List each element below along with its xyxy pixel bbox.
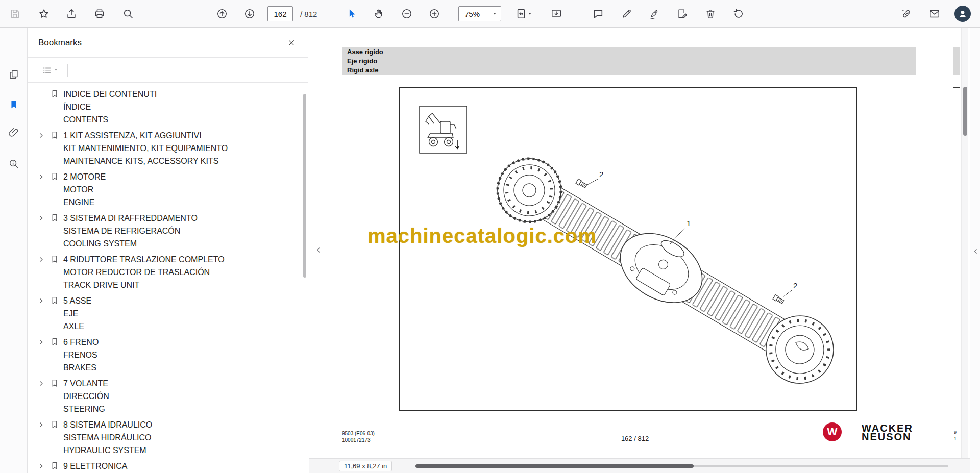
zoom-level-dropdown[interactable]: 75% [458,6,501,21]
bookmark-item[interactable]: 4 RIDUTTORE TRASLAZIONE COMPLETOMOTOR RE… [28,253,308,291]
bookmark-label-line: INDICE DEI CONTENUTI [63,88,308,101]
share-link-button[interactable] [896,4,917,24]
share-button[interactable] [61,4,82,24]
horizontal-scrollbar-thumb[interactable] [415,464,694,468]
save-button[interactable] [5,4,25,24]
expand-chevron-icon[interactable] [38,214,45,221]
expand-chevron-icon[interactable] [38,173,45,180]
bookmark-item[interactable]: 3 SISTEMA DI RAFFREDDAMENTOSISTEMA DE RE… [28,212,308,250]
bookmark-label-line: ENGINE [63,196,308,209]
next-page-header-fragment [953,47,960,75]
bookmark-item[interactable]: 5 ASSEEJEAXLE [28,294,308,333]
email-button[interactable] [924,4,945,24]
bookmark-icon [50,131,59,140]
bookmark-labels: 1 KIT ASSISTENZA, KIT AGGIUNTIVIKIT MANT… [63,129,308,167]
zoom-out-button[interactable] [397,4,417,24]
collapse-panel-handle[interactable] [313,241,324,259]
search-button[interactable] [118,4,138,24]
bookmark-labels: INDICE DEI CONTENUTIÍNDICECONTENTS [63,88,308,126]
select-tool-button[interactable] [341,4,362,24]
highlight-button[interactable] [617,4,637,24]
bookmarks-panel-header: Bookmarks [28,28,308,58]
edit-pages-icon [677,8,688,19]
page-thumbnails-tab[interactable] [4,64,24,85]
page-number-input[interactable] [267,6,293,21]
share-icon [66,8,77,19]
bookmark-icon [50,172,59,181]
bookmarks-tab[interactable] [4,94,24,115]
expand-chevron-icon[interactable] [38,421,45,428]
bookmark-icon [50,420,59,429]
close-bookmarks-button[interactable] [283,35,300,51]
fit-width-button[interactable] [546,4,567,24]
bookmarks-icon [8,99,19,110]
bookmark-label-line: 1 KIT ASSISTENZA, KIT AGGIUNTIVI [63,129,308,142]
bookmarks-options-button[interactable] [38,62,62,78]
bookmark-labels: 2 MOTOREMOTORENGINE [63,170,308,209]
delete-icon [705,8,716,19]
zoom-in-button[interactable] [424,4,445,24]
profile-avatar-button[interactable] [954,6,971,22]
expand-chevron-icon[interactable] [38,462,45,469]
bookmark-item[interactable]: 2 MOTOREMOTORENGINE [28,170,308,209]
attachments-tab[interactable] [4,122,24,143]
edit-pages-button[interactable] [672,4,693,24]
page-down-button[interactable] [239,4,260,24]
page-up-button[interactable] [212,4,232,24]
bookmark-label-line: TRACK DRIVE UNIT [63,279,308,291]
page-count-label: / 812 [300,0,317,28]
bookmark-labels: 5 ASSEEJEAXLE [63,294,308,333]
next-page-frame-fragment [953,87,960,88]
page-thumbnails-icon [8,69,19,80]
delete-pages-button[interactable] [700,4,721,24]
wacker-neuson-logo: W [823,422,842,441]
rotate-icon [733,8,744,19]
bookmarks-panel-title: Bookmarks [38,28,82,58]
bookmark-label-line: DIRECCIÓN [63,390,308,403]
share-link-icon [901,8,912,19]
print-button[interactable] [89,4,110,24]
expand-chevron-icon[interactable] [38,380,45,387]
comment-button[interactable] [588,4,608,24]
bookmarks-tree: INDICE DEI CONTENUTIÍNDICECONTENTS 1 KIT… [28,83,308,473]
fit-page-button[interactable] [510,4,537,24]
bookmark-labels: 6 FRENOFRENOSBRAKES [63,336,308,374]
document-codes: 9503 (E06-03) 1000172173 [342,430,375,443]
expand-chevron-icon[interactable] [38,297,45,304]
expand-chevron-icon[interactable] [38,256,45,263]
expand-chevron-icon[interactable] [38,338,45,345]
bookmark-label-line: 2 MOTORE [63,170,308,183]
vertical-scrollbar-thumb[interactable] [963,87,967,136]
document-area: Asse rigido Eje rígido Rigid axle [309,28,970,458]
options-separator [67,64,68,77]
expand-chevron-icon[interactable] [38,132,45,139]
search-info-tab[interactable] [4,154,24,174]
next-page-number-fragment: 1 [954,436,957,441]
next-page-edge: 9 1 [953,28,960,458]
hand-tool-button[interactable] [369,4,389,24]
bookmark-item[interactable]: 7 VOLANTEDIRECCIÓNSTEERING [28,377,308,415]
toolbar-separator [330,7,330,21]
vertical-scrollbar[interactable] [961,28,968,458]
fill-sign-button[interactable] [644,4,665,24]
bookmark-labels: 3 SISTEMA DI RAFFREDDAMENTOSISTEMA DE RE… [63,212,308,250]
rotate-pages-button[interactable] [728,4,749,24]
bookmark-item[interactable]: 8 SISTEMA IDRAULICOSISTEMA HIDRÁULICOHYD… [28,418,308,457]
favorites-star-button[interactable] [34,4,54,24]
bookmarks-scrollbar[interactable] [303,94,306,278]
bookmark-item[interactable]: INDICE DEI CONTENUTIÍNDICECONTENTS [28,88,308,126]
person-icon [958,9,968,19]
bolt-part [773,295,784,305]
machine-thumbnail [420,106,467,153]
callout-2-top: 2 [599,170,603,179]
bookmark-item[interactable]: 6 FRENOFRENOSBRAKES [28,336,308,374]
expand-right-pane-handle[interactable] [971,242,980,260]
bookmark-icon [50,213,59,222]
bookmark-label-line: HYDRAULIC SYSTEM [63,444,308,457]
axle-diagram: 2 1 2 [400,88,856,410]
toolbar: / 812 75% [0,0,980,28]
bookmarks-options-row [28,58,308,83]
bookmark-item[interactable]: 9 ELETTRONICA [28,460,308,473]
bookmark-item[interactable]: 1 KIT ASSISTENZA, KIT AGGIUNTIVIKIT MANT… [28,129,308,167]
bookmark-label-line: CONTENTS [63,113,308,126]
